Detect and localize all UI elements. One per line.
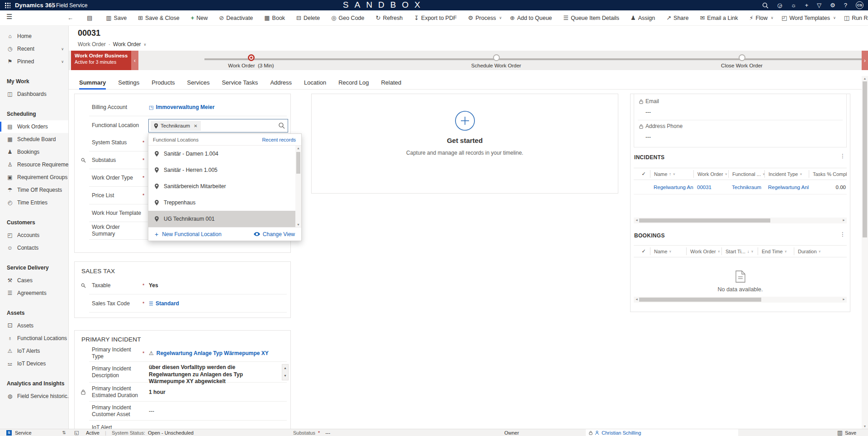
lookup-result-item[interactable]: UG Technikraum 001 xyxy=(148,211,301,227)
settings-gear-icon[interactable]: ⚙ xyxy=(830,2,835,8)
geo-code-button[interactable]: ◎ Geo Code xyxy=(327,12,371,24)
gauge-icon[interactable]: ◶ xyxy=(777,2,782,8)
tab-settings[interactable]: Settings xyxy=(118,76,139,90)
column-work-order[interactable]: Work Order∨ xyxy=(686,247,721,255)
tab-service-tasks[interactable]: Service Tasks xyxy=(222,76,258,90)
select-all-checkbox[interactable]: ✓ xyxy=(634,247,650,255)
search-icon[interactable] xyxy=(762,2,768,9)
page-v-scrollbar[interactable]: ▲ ▼ xyxy=(862,76,868,429)
sidebar-toggle-icon[interactable]: ☰ xyxy=(6,13,12,20)
help-icon[interactable]: ? xyxy=(844,2,847,8)
tab-address[interactable]: Address xyxy=(270,76,292,90)
active-stage-icon[interactable] xyxy=(248,54,255,61)
sidebar-item-contacts[interactable]: ☺ Contacts xyxy=(0,242,68,254)
column-work-order[interactable]: Work Order∨ xyxy=(693,170,728,178)
tab-summary[interactable]: Summary xyxy=(79,76,106,90)
owner-link[interactable]: Christian Schilling xyxy=(602,430,641,436)
address-phone-value[interactable]: --- xyxy=(645,134,651,140)
bookings-h-scrollbar[interactable]: ◄ ► xyxy=(634,297,847,303)
primary-incident-type-link[interactable]: Regelwartung Anlage Typ Wärmepumpe XY xyxy=(157,350,269,356)
sidebar-item-functional-locations[interactable]: ♁ Functional Locations xyxy=(0,332,68,345)
lookup-search-icon[interactable] xyxy=(278,122,285,129)
owner-field[interactable]: Christian Schilling xyxy=(586,429,738,436)
refresh-button[interactable]: ↻ Refresh xyxy=(371,12,410,24)
export-pdf-button[interactable]: ↧ Export to PDF xyxy=(410,12,464,24)
area-switch-icon[interactable]: ⇅ xyxy=(62,430,66,435)
scroll-right-icon[interactable]: ► xyxy=(842,218,845,222)
incidents-h-scrollbar[interactable]: ◄ ► xyxy=(634,218,847,223)
column-tasks-percent[interactable]: Tasks % Comple... xyxy=(809,170,847,178)
app-area[interactable]: Field Service xyxy=(56,2,87,9)
app-title[interactable]: Dynamics 365 xyxy=(15,2,55,9)
lookup-result-item[interactable]: Sanitär - Damen 1.004 xyxy=(148,146,301,162)
sidebar-item-dashboards[interactable]: ◫ Dashboards xyxy=(0,88,68,100)
tab-related[interactable]: Related xyxy=(381,76,401,90)
stage-circle-icon[interactable] xyxy=(739,54,745,61)
process-stage-flyout[interactable]: Work Order Business Pro... Active for 3 … xyxy=(71,51,131,70)
share-button[interactable]: ↗ Share xyxy=(662,12,696,24)
selected-record-chip[interactable]: Technikraum ✕ xyxy=(151,121,201,131)
change-view-button[interactable]: Change View xyxy=(254,231,295,237)
collapse-stage-icon[interactable]: ‹ xyxy=(131,51,138,70)
lookup-result-item[interactable]: Sanitär - Herren 1.005 xyxy=(148,162,301,178)
back-button[interactable]: ← xyxy=(63,12,83,24)
next-stage-icon[interactable]: › xyxy=(862,51,868,70)
scroll-up-icon[interactable]: ▲ xyxy=(295,147,301,150)
column-duration[interactable]: Duration∨ xyxy=(794,247,847,255)
sidebar-item-bookings[interactable]: ♟ Bookings xyxy=(0,146,68,158)
column-name[interactable]: Name∨ xyxy=(650,247,686,255)
sidebar-item-time-entries[interactable]: ◴ Time Entries xyxy=(0,196,68,209)
lookup-result-item[interactable]: Treppenhaus xyxy=(148,194,301,211)
waffle-icon[interactable] xyxy=(5,2,10,8)
sidebar-item-work-orders[interactable]: ▤ Work Orders xyxy=(0,120,68,133)
chevron-down-icon[interactable]: ∨ xyxy=(144,43,147,47)
sidebar-item-pinned[interactable]: ⚑ Pinned ∨ xyxy=(0,55,68,68)
tab-location[interactable]: Location xyxy=(304,76,326,90)
sidebar-item-cases[interactable]: ⚒ Cases xyxy=(0,274,68,287)
filter-icon[interactable]: ▽ xyxy=(817,2,821,8)
area-switcher[interactable]: S Service ⇅ xyxy=(0,429,69,436)
sidebar-item-time-off-requests[interactable]: ☂ Time Off Requests xyxy=(0,184,68,196)
assign-button[interactable]: ♟ Assign xyxy=(626,12,662,24)
column-end-time[interactable]: End Time∨ xyxy=(758,247,794,255)
column-name[interactable]: Name↑∨ xyxy=(650,170,693,178)
scrollbar-thumb[interactable] xyxy=(639,298,761,302)
scrollbar-thumb[interactable] xyxy=(639,218,770,223)
lightbulb-icon[interactable]: ☼ xyxy=(791,2,797,8)
scroll-stepper[interactable]: ▲▼ xyxy=(282,364,289,380)
sidebar-item-agreements[interactable]: ☰ Agreements xyxy=(0,287,68,299)
flow-button[interactable]: ⚡ Flow ∨ xyxy=(745,12,777,24)
incident-name-link[interactable]: Regelwartung Anla xyxy=(650,185,693,190)
scroll-left-icon[interactable]: ◄ xyxy=(635,298,638,301)
email-value[interactable]: --- xyxy=(645,109,651,115)
sidebar-item-recent[interactable]: ◷ Recent ∨ xyxy=(0,43,68,55)
incident-work-order-link[interactable]: 00031 xyxy=(693,185,728,190)
incident-row[interactable]: Regelwartung Anla 00031 Technikraum Rege… xyxy=(634,180,847,194)
scroll-right-icon[interactable]: ► xyxy=(842,298,845,301)
tab-products[interactable]: Products xyxy=(152,76,175,90)
select-all-checkbox[interactable]: ✓ xyxy=(634,170,650,178)
queue-item-details-button[interactable]: ☰ Queue Item Details xyxy=(559,12,626,24)
get-started-plus-icon[interactable] xyxy=(455,110,475,131)
sidebar-item-iot-alerts[interactable]: ⚠ IoT Alerts xyxy=(0,345,68,357)
column-functional-location[interactable]: Functional ...∨ xyxy=(728,170,764,178)
scrollbar-thumb[interactable] xyxy=(863,81,867,237)
column-start-time[interactable]: Start Ti...↓∨ xyxy=(721,247,758,255)
expand-icon[interactable]: ◱ xyxy=(74,429,79,436)
stage-circle-icon[interactable] xyxy=(493,54,500,61)
scroll-left-icon[interactable]: ◄ xyxy=(635,218,638,222)
tab-services[interactable]: Services xyxy=(187,76,210,90)
taxable-value[interactable]: Yes xyxy=(149,282,158,289)
scrollbar-thumb[interactable] xyxy=(296,152,300,174)
deactivate-button[interactable]: ⊘ Deactivate xyxy=(215,12,260,24)
scroll-down-icon[interactable]: ▼ xyxy=(295,223,301,226)
sidebar-item-home[interactable]: ⌂ Home xyxy=(0,30,68,43)
email-link-button[interactable]: ✉ Email a Link xyxy=(696,12,745,24)
billing-account-link[interactable]: Immoverwaltung Meier xyxy=(156,104,214,110)
recent-records-link[interactable]: Recent records xyxy=(262,137,296,142)
flyout-scrollbar[interactable]: ▲ ▼ xyxy=(295,146,301,227)
save-close-button[interactable]: ⊞ Save & Close xyxy=(134,12,187,24)
tab-record-log[interactable]: Record Log xyxy=(338,76,369,90)
more-commands-icon[interactable]: ⋮ xyxy=(840,153,845,159)
footer-substatus[interactable]: Substatus* --- xyxy=(293,429,330,436)
